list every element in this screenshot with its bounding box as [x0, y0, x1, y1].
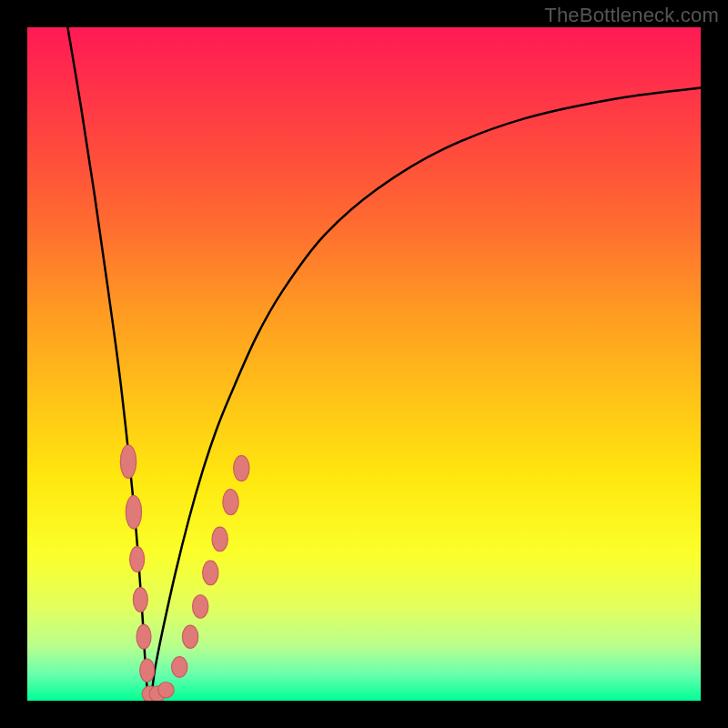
plot-area: [27, 27, 701, 701]
curve-marker: [130, 547, 145, 572]
curve-marker: [133, 588, 147, 612]
chart-frame: TheBottleneck.com: [0, 0, 728, 728]
curve-marker: [126, 495, 141, 529]
curve-marker: [182, 625, 197, 648]
curve-marker: [193, 595, 208, 618]
curve-marker: [140, 659, 155, 682]
curve-marker: [172, 657, 187, 678]
curve-marker: [203, 561, 218, 585]
curve-marker: [158, 682, 174, 698]
watermark-text: TheBottleneck.com: [544, 4, 719, 27]
curve-marker: [212, 527, 228, 551]
bottleneck-curve: [67, 27, 701, 701]
curve-marker: [136, 624, 151, 649]
curve-marker: [234, 456, 249, 481]
curve-marker: [120, 445, 136, 479]
curve-marker: [223, 490, 238, 515]
curve-svg: [27, 27, 701, 701]
